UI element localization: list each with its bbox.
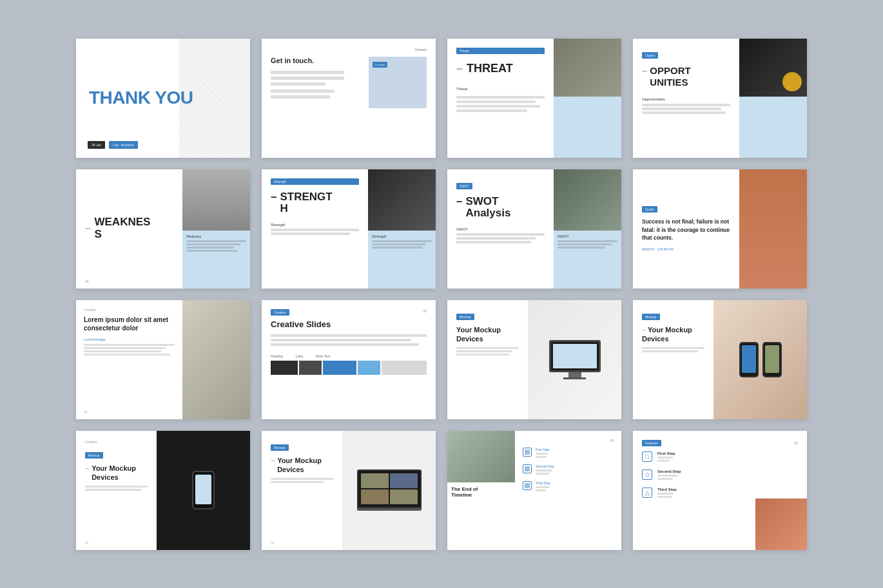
slide-12-badge: Mockup [642,314,660,320]
slide-16-badge: Features [642,440,661,446]
slide-2-right: Location [369,57,427,149]
slide-7-right: SWOT [554,169,621,289]
slide-3-heading: – THREAT [456,62,545,75]
slide-1-btn1: 28 Jan [88,141,105,149]
slide-2-label: Connect [271,48,427,52]
phone-1 [739,342,759,377]
color-dark [271,361,298,375]
slide-8-quote: Success is not final; failure is not fat… [642,218,730,242]
feature-icon-2: ◇ [642,469,652,480]
slide-4-sublabel: Opportunities [642,97,730,101]
slide-9-photo [182,300,250,419]
slide-5-heading: – WEAKNESS [85,216,173,240]
slide-6-heading: – STRENGTH [271,191,359,215]
slide-3-right [554,39,621,158]
slide-14-heading: – Your MockupDevices [271,456,333,475]
color-dark-mid [299,361,322,375]
slide-12-left: Mockup – Your MockupDevices [633,300,713,419]
slide-2-map-label: Location [373,62,387,68]
slide-3-photo [554,39,621,97]
slide-14-badge: Mockup [271,444,289,451]
slide-4-right [739,39,807,158]
slide-9-left: Creative Lorem ipsum dolor sit amet cons… [76,300,182,419]
slide-6-photo [368,169,436,231]
slide-16-photo [755,498,807,550]
slide-4-badge: Opport [642,52,658,59]
slide-6-badge: Strength [271,178,359,185]
slide-features: Features 08 □ First Step ◇ Second Step [633,431,807,550]
slide-2-title: Get in touch. [271,57,362,64]
slide-6-left: Strength – STRENGTH Strength [262,169,368,289]
slide-15-right: 08 First Step Second Step [515,431,621,550]
slide-3-left: Threat – THREAT Threat [447,39,554,158]
slide-7-blue-box: SWOT [554,231,621,289]
slide-5-photo [182,169,250,231]
slide-4-blue-box [739,97,807,158]
slide-mockup-laptop: Mockup – Your MockupDevices 34 [262,431,436,550]
slide-5-blue-box: Weakness [182,231,250,289]
slide-12-right [713,300,807,419]
feature-row-1: □ First Step [642,451,798,463]
slide-mockup-desktop: Mockup Your Mockup Devices [447,300,621,419]
slide-15-heading: The End ofTimeline [451,486,511,498]
slide-opportunities: Opport – OPPORTUNITIES Opportunities [633,39,807,158]
slide-13-badge: Mockup [85,452,103,459]
slide-4-photo [739,39,807,97]
slide-mockup-phone-dark: Creative Mockup – Your MockupDevices 08 [76,431,250,550]
slide-swot: SWOT – SWOTAnalysis SWOT SWOT [447,169,621,289]
slide-weakness: – WEAKNESS Weakness 06 [76,169,250,289]
slide-5-num: 06 [85,280,89,283]
color-blue [323,361,356,375]
slide-7-badge: SWOT [456,183,472,189]
slide-quote: Quote Success is not final; failure is n… [633,169,807,289]
slide-4-left: Opport – OPPORTUNITIES Opportunities [633,39,739,158]
feature-icon-3: △ [642,488,652,498]
phone-2 [762,342,782,377]
slide-11-heading: Your Mockup Devices [456,325,519,344]
slide-creative: Creative 08 Creative Slides Heading Link… [262,300,436,419]
slide-1-buttons: 28 Jan City · Business [88,141,138,149]
feature-row-3: △ Third Step [642,488,798,499]
slide-13-left: Creative Mockup – Your MockupDevices [76,431,157,550]
slide-7-photo [554,169,621,231]
slides-grid: THANK YOU 28 Jan City · Business Connect… [50,13,833,576]
timeline-icon-3 [523,481,532,490]
slide-11-right [528,300,621,419]
slide-5-right: Weakness [182,169,250,289]
slide-8-badge: Quote [642,206,657,213]
timeline-icon-2 [523,464,532,473]
slide-11-left: Mockup Your Mockup Devices [447,300,528,419]
slide-3-badge: Threat [456,48,545,54]
slide-get-in-touch: Connect Get in touch. Location [262,39,436,158]
color-light-blue [358,361,380,375]
timeline-item-1: First Step [523,448,614,459]
slide-15-photo [447,431,515,482]
slide-14-left: Mockup – Your MockupDevices [262,431,342,550]
slide-15-left: The End ofTimeline [447,431,515,550]
color-palette [271,361,427,375]
slide-5-left: – WEAKNESS [76,169,182,289]
slide-6-right: Strength [368,169,436,289]
slide-2-content: Get in touch. Location [271,57,427,149]
slide-thank-you: THANK YOU 28 Jan City · Business [76,39,250,158]
slide-10-badge: Creative [271,309,289,316]
slide-8-photo [739,169,807,289]
timeline-item-3: Third Step [523,481,614,493]
slide-10-title: Creative Slides [271,319,427,329]
slide-12-heading: – Your MockupDevices [642,325,704,344]
slide-8-author: WINSTO · CHURCHIL [642,247,730,251]
slide-3-sublabel: Threat [456,87,545,91]
slide-7-heading: – SWOTAnalysis [456,196,545,220]
slide-13-heading: – Your MockupDevices [85,464,148,482]
slide-3-blue-box [554,97,621,158]
slide-lorem: Creative Lorem ipsum dolor sit amet cons… [76,300,250,419]
thank-you-heading: THANK YOU [89,88,193,108]
slide-mockup-phones: Mockup – Your MockupDevices [633,300,807,419]
slide-strength: Strength – STRENGTH Strength Strength [262,169,436,289]
feature-icon-1: □ [642,451,652,462]
laptop-mockup [357,469,422,511]
feature-row-2: ◇ Second Step [642,469,798,481]
monitor-mockup [549,340,601,379]
slide-threat: Threat – THREAT Threat [447,39,621,158]
timeline-item-2: Second Step [523,464,614,476]
